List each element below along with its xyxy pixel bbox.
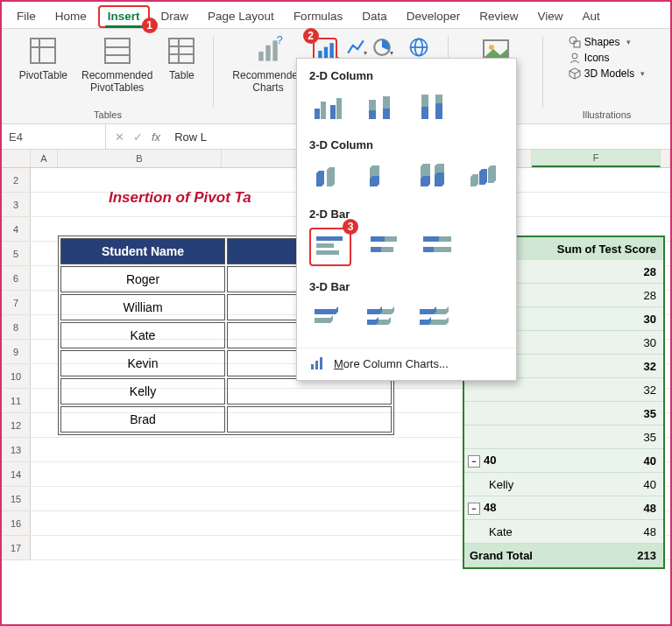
chart-100-stacked-column[interactable] (414, 89, 453, 124)
shapes-label: Shapes (584, 36, 620, 48)
row-header[interactable]: 17 (2, 536, 30, 560)
tab-home[interactable]: Home (46, 5, 96, 28)
pivot-val[interactable]: 30 (614, 336, 663, 349)
tab-pagelayout[interactable]: Page Layout (198, 5, 284, 28)
col-header-A[interactable]: A (31, 150, 58, 167)
table-button[interactable]: Table (161, 34, 202, 83)
sheet-title: Insertion of Pivot Ta (109, 189, 251, 207)
insert-line-chart-button[interactable]: ▾ (346, 38, 364, 55)
collapse-icon[interactable]: − (468, 503, 480, 515)
row-header[interactable]: 7 (2, 291, 30, 315)
student-cell[interactable]: Roger (60, 266, 225, 292)
pivot-val[interactable]: 40 (614, 454, 663, 468)
row-header[interactable]: 16 (2, 511, 30, 536)
shapes-icon (569, 36, 581, 48)
row-header[interactable]: 12 (2, 413, 30, 438)
row-header[interactable]: 11 (2, 389, 30, 413)
shapes-button[interactable]: Shapes▾ (569, 36, 645, 48)
chart-clustered-bar[interactable]: 3 (309, 228, 351, 266)
svg-rect-40 (369, 110, 376, 119)
svg-marker-56 (479, 169, 487, 185)
svg-rect-11 (265, 46, 270, 61)
chart-3d-100-stacked-column[interactable] (414, 158, 452, 193)
pivot-val[interactable]: 28 (614, 289, 663, 302)
svg-rect-62 (371, 236, 385, 242)
svg-marker-72 (367, 306, 382, 314)
more-column-charts[interactable]: MMore Column Charts...ore Column Charts.… (297, 348, 516, 375)
chart-3d-clustered-bar[interactable] (309, 300, 348, 335)
chart-3d-stacked-column[interactable] (362, 158, 400, 193)
maps-button[interactable] (402, 34, 435, 60)
row-header[interactable]: 15 (2, 487, 30, 511)
pivot-grand-total-val: 213 (614, 549, 663, 562)
chart-3d-clustered-column[interactable] (309, 158, 348, 193)
chart-3d-stacked-bar[interactable] (362, 300, 400, 335)
tab-draw[interactable]: Draw (152, 5, 199, 28)
row-header[interactable]: 6 (2, 266, 30, 291)
tab-view[interactable]: View (527, 5, 572, 28)
pivot-val[interactable]: 35 (614, 431, 663, 444)
row-header[interactable]: 8 (2, 315, 30, 340)
row-header[interactable]: 14 (2, 462, 30, 487)
pivot-val[interactable]: 48 (614, 502, 663, 515)
tab-data[interactable]: Data (352, 5, 397, 28)
group-tables-footer: Tables (94, 109, 122, 122)
chart-dropdown: 2-D Column 3-D Column 2-D Bar 3 3-D Bar … (296, 58, 517, 381)
pivot-val[interactable]: 35 (614, 407, 663, 420)
pivot-val[interactable]: 40 (614, 478, 663, 491)
pivot-val[interactable]: 32 (614, 360, 663, 373)
table-label: Table (169, 69, 195, 81)
col-header-B[interactable]: B (58, 150, 222, 167)
fx-icon[interactable]: fx (152, 130, 160, 144)
col-header-F[interactable]: F (532, 150, 661, 167)
pivot-val[interactable]: 48 (614, 525, 663, 538)
chart-clustered-column[interactable] (309, 89, 348, 124)
recommended-pivot-button[interactable]: Recommended PivotTables (76, 34, 158, 95)
svg-marker-76 (420, 306, 436, 314)
student-cell[interactable]: Kelly (60, 378, 225, 404)
name-box[interactable]: E4 (2, 124, 106, 149)
student-cell[interactable]: Kevin (60, 350, 225, 376)
chart-stacked-bar[interactable] (365, 228, 404, 263)
insert-pie-chart-button[interactable]: ▾ (372, 38, 390, 55)
svg-rect-59 (316, 243, 334, 248)
chart-3d-column[interactable] (466, 158, 505, 193)
tab-developer[interactable]: Developer (397, 5, 470, 28)
row-header[interactable]: 5 (2, 242, 30, 266)
cancel-icon[interactable]: ✕ (115, 130, 124, 144)
tab-automate[interactable]: Aut (573, 5, 610, 28)
enter-icon[interactable]: ✓ (133, 130, 143, 144)
pivot-val[interactable]: 32 (614, 383, 663, 397)
student-cell[interactable]: William (60, 294, 225, 320)
row-header[interactable]: 2 (2, 168, 30, 193)
chart-stacked-column[interactable] (362, 89, 400, 124)
chart-100-stacked-bar[interactable] (418, 228, 456, 263)
tab-review[interactable]: Review (470, 5, 527, 28)
globe-icon (407, 36, 430, 59)
row-header[interactable]: 10 (2, 364, 30, 389)
tab-file[interactable]: File (7, 5, 46, 28)
row-header[interactable]: 3 (2, 193, 30, 217)
svg-rect-60 (316, 250, 339, 255)
row-header[interactable]: 13 (2, 438, 30, 462)
chart-3d-100-stacked-bar[interactable] (414, 300, 453, 335)
callout-3: 3 (343, 219, 358, 235)
svg-rect-58 (316, 236, 343, 241)
icons-button[interactable]: Icons (569, 52, 645, 64)
students-header-name: Student Name (60, 238, 225, 264)
3d-models-button[interactable]: 3D Models▾ (569, 67, 645, 80)
tab-formulas[interactable]: Formulas (284, 5, 352, 28)
row-header[interactable]: 4 (2, 217, 30, 242)
row-header[interactable]: 9 (2, 340, 30, 364)
student-cell[interactable]: Kate (60, 322, 225, 348)
collapse-icon[interactable]: − (468, 455, 480, 468)
tab-insert[interactable]: Insert 1 (98, 5, 150, 28)
pivottable-button[interactable]: PivotTable (14, 34, 73, 83)
pivot-val[interactable]: 30 (614, 313, 663, 326)
svg-rect-35 (315, 109, 320, 119)
student-cell[interactable]: Brad (60, 406, 225, 433)
svg-marker-52 (421, 176, 430, 186)
svg-marker-57 (488, 165, 496, 183)
svg-marker-47 (316, 171, 324, 186)
pivot-val[interactable]: 28 (614, 265, 663, 278)
